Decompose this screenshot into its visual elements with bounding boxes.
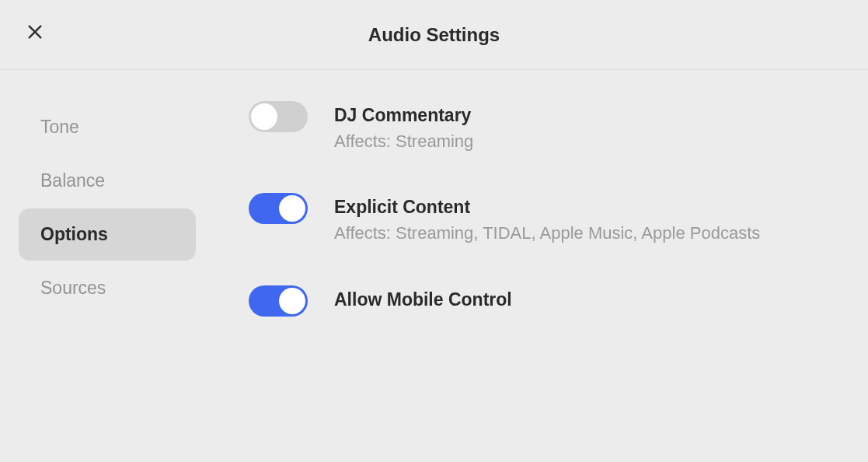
sidebar-item-balance[interactable]: Balance xyxy=(19,155,196,207)
option-row-allow-mobile-control: Allow Mobile Control xyxy=(249,285,837,317)
toggle-knob xyxy=(251,103,277,130)
sidebar: Tone Balance Options Sources xyxy=(0,101,202,357)
toggle-allow-mobile-control[interactable] xyxy=(249,285,308,317)
option-row-explicit-content: Explicit Content Affects: Streaming, TID… xyxy=(249,193,837,244)
option-title: Explicit Content xyxy=(334,196,760,219)
toggle-knob xyxy=(279,288,305,314)
page-title: Audio Settings xyxy=(368,24,500,46)
body: Tone Balance Options Sources DJ Commenta… xyxy=(0,70,868,357)
toggle-explicit-content[interactable] xyxy=(249,193,308,224)
sidebar-item-options[interactable]: Options xyxy=(19,208,196,261)
option-text: DJ Commentary Affects: Streaming xyxy=(334,101,473,152)
sidebar-item-label: Balance xyxy=(40,170,105,191)
option-subtitle: Affects: Streaming, TIDAL, Apple Music, … xyxy=(334,222,760,245)
sidebar-item-sources[interactable]: Sources xyxy=(19,262,196,314)
sidebar-item-label: Tone xyxy=(40,117,79,137)
close-icon xyxy=(26,23,44,40)
option-subtitle: Affects: Streaming xyxy=(334,131,473,153)
toggle-dj-commentary[interactable] xyxy=(249,101,308,132)
sidebar-item-label: Sources xyxy=(40,278,106,298)
sidebar-item-tone[interactable]: Tone xyxy=(19,101,196,153)
option-text: Allow Mobile Control xyxy=(334,285,512,312)
header: Audio Settings xyxy=(0,0,868,70)
sidebar-item-label: Options xyxy=(40,224,108,244)
content: DJ Commentary Affects: Streaming Explici… xyxy=(202,101,868,357)
toggle-knob xyxy=(279,195,305,222)
option-title: Allow Mobile Control xyxy=(334,289,512,312)
close-button[interactable] xyxy=(25,22,45,42)
option-text: Explicit Content Affects: Streaming, TID… xyxy=(334,193,760,244)
option-title: DJ Commentary xyxy=(334,104,473,128)
option-row-dj-commentary: DJ Commentary Affects: Streaming xyxy=(249,101,837,152)
